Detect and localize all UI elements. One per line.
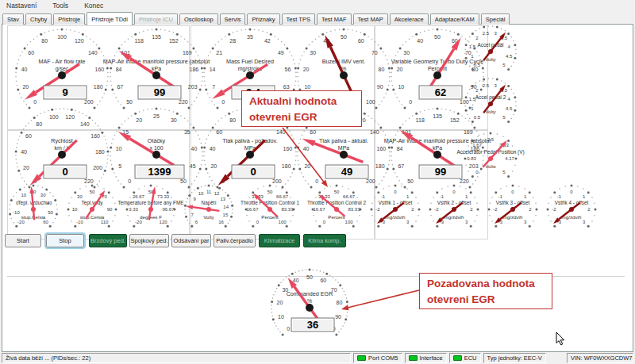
gauge-tick-label: 5 [502, 115, 506, 120]
gauge-tick-label: 118 [416, 117, 425, 123]
gauge-value: 62 [435, 86, 446, 98]
gauge-tick-label: 83.33 [348, 207, 360, 212]
gauge-tick-label: 50 [407, 178, 414, 184]
status-label: Port COM5 [368, 354, 398, 362]
tab-p-znaky[interactable]: Příznaky [247, 13, 279, 25]
tab-p-stroje-icu: Přístroje ICU [134, 13, 178, 25]
gauge-tick-label: 30 [77, 194, 83, 199]
gauge-tick-label: 30 [171, 117, 177, 123]
gauge-tick-label: 4 [508, 97, 511, 102]
gauge-tick-label: 50 [306, 274, 313, 280]
tab-osciloskop[interactable]: Osciloskop [179, 13, 218, 25]
button-spojkov-ped[interactable]: Spojkový ped. [129, 234, 169, 247]
gauge-tick-label: 0.5 [474, 63, 481, 67]
tab-chyby[interactable]: Chyby [25, 13, 52, 25]
gauge-title: MAP-Air intake manifold pressure (absolu… [103, 58, 210, 65]
menu-tools[interactable]: Tools [51, 1, 70, 12]
gauge-tick-label: 63 [283, 84, 290, 90]
tab-p-stroje[interactable]: Přístroje [53, 13, 85, 25]
gauge-tick-label: 60 [358, 38, 364, 44]
gauge-tick-label: 0 [323, 220, 326, 224]
button-stop[interactable]: Stop [46, 234, 84, 247]
gauge-title: Vstřik 2 - offset [437, 200, 471, 205]
button-paliv-erpadlo[interactable]: Paliv.čerpadlo [214, 234, 256, 247]
gauge-tick-label: 80 [41, 38, 48, 44]
gauge-tick-label: 160 [377, 146, 387, 151]
gauge-tick-label: 152 [450, 117, 460, 123]
tab-test-map[interactable]: Test MAP [353, 13, 388, 25]
status-port-com5: Port COM5 [353, 353, 402, 363]
gauge-unit: Volty [203, 214, 214, 220]
gauge-tick-label: 42 [264, 38, 271, 44]
button-ods-v-n-par[interactable]: Odsávání par [171, 234, 211, 247]
gauge-tick-label: 16 [218, 220, 224, 224]
gauge-tick-label: 160 [283, 146, 293, 151]
gauge-tick-label: 3 [495, 83, 498, 88]
gauge-tick-label: -1 [440, 194, 444, 199]
gauge-tick-label: 10 [198, 191, 204, 196]
button-brzdov-ped[interactable]: Brzdový ped. [89, 234, 127, 247]
gauge-needle [117, 48, 175, 90]
gauge-value: 9 [62, 86, 67, 98]
gauge-tick-label: -2 [434, 207, 439, 212]
status-bar: Živá data běží ... (PIDs/sec.: 22)Port C… [0, 352, 635, 364]
gauge-tick-label: 135 [433, 113, 442, 119]
gauge-unit: x 100 [149, 145, 163, 151]
gauge-tick-label: 1.5 [469, 44, 476, 49]
gauge-title: Tepl.vody [82, 200, 104, 206]
gauge-throttle-position-1: 016.6733.335066.6783.33100Throttle Posit… [241, 185, 299, 228]
gauge-tick-label: 140 [88, 50, 98, 56]
gauge-tick-label: 0 [221, 99, 225, 105]
gauge-tick-label: 2.5 [483, 83, 490, 88]
gauge-needle [398, 128, 456, 169]
gauge-tick-label: 140 [370, 129, 379, 135]
gauge-tick-label: 220 [179, 99, 188, 105]
button-klima-komp[interactable]: Klima komp. [303, 234, 346, 247]
gauge-unit: % [307, 298, 312, 304]
tab-adaptace-kam[interactable]: Adaptace/KAM [430, 13, 479, 25]
gauge-title: Variable Geometry Turbo Duty Cycle [391, 58, 484, 65]
menu-konec[interactable]: Konec [83, 1, 105, 12]
tab-stav[interactable]: Stav [2, 13, 24, 25]
tab-p-stroje-tddi[interactable]: Přístroje TDdi [87, 12, 133, 25]
gauge-tick-label: 90 [335, 314, 341, 320]
gauge-tick-label: -10 [76, 220, 83, 224]
tab-servis[interactable]: Servis [220, 13, 246, 25]
tab-akcelerace[interactable]: Akcelerace [390, 13, 429, 25]
gauge-tick-label: 3 [583, 220, 586, 224]
gauge-tick-label: 186 [190, 67, 199, 72]
gauge-tick-label: 2 [587, 207, 591, 212]
gauge-title: Vstřik 3 - offset [496, 200, 530, 205]
gauge-needle [216, 138, 267, 188]
tab-test-maf[interactable]: Test MAF [317, 13, 352, 25]
gauge-tick-label: 50 [334, 190, 340, 194]
gauge-unit: kPa [152, 66, 161, 71]
gauge-tick-label: 220 [460, 178, 469, 184]
gauge-tick-label: 21 [216, 50, 222, 56]
gauge-tick-label: 20 [22, 84, 29, 90]
gauge-otacky: 05101520253035404550Otáčkyx 1001399 [110, 108, 203, 189]
gauge-tick-label: 100 [366, 99, 375, 105]
gauge-tick-label: 60 [310, 129, 316, 135]
gauge-tick-label: 2 [529, 207, 532, 212]
gauge-tick-label: 6 [195, 220, 198, 224]
gauge-needle [117, 129, 176, 168]
gauge-tick-label: 180 [94, 84, 103, 90]
button-klimatizace[interactable]: Klimatizace [259, 234, 300, 247]
gauge-tick-label: -2 [493, 207, 498, 212]
gauge-tick-label: 60 [43, 220, 48, 224]
tab-speci-l[interactable]: Speciál [481, 13, 510, 25]
button-start[interactable]: Start [5, 234, 41, 247]
gauge-tick-label: 35 [184, 129, 190, 135]
gauge-tick-label: 60 [320, 278, 326, 283]
tab-test-tps[interactable]: Test TPS [282, 13, 315, 25]
gauge-vstrik-1: -3-2-10123Vstřik 1 - offsetmg/zdvih [371, 185, 421, 228]
gauge-tick-label: 100 [57, 34, 67, 40]
gauge-tick-label: 2 [411, 207, 414, 212]
gauge-tick-label: 5 [502, 63, 506, 67]
gauge-tick-label: 20 [210, 163, 217, 169]
gauge-tick-label: 169 [464, 129, 473, 135]
gauge-tick-label: 10 [21, 193, 26, 197]
gauge-tick-label: 80 [337, 300, 343, 305]
menu-nastaven[interactable]: Nastavení [5, 1, 38, 12]
